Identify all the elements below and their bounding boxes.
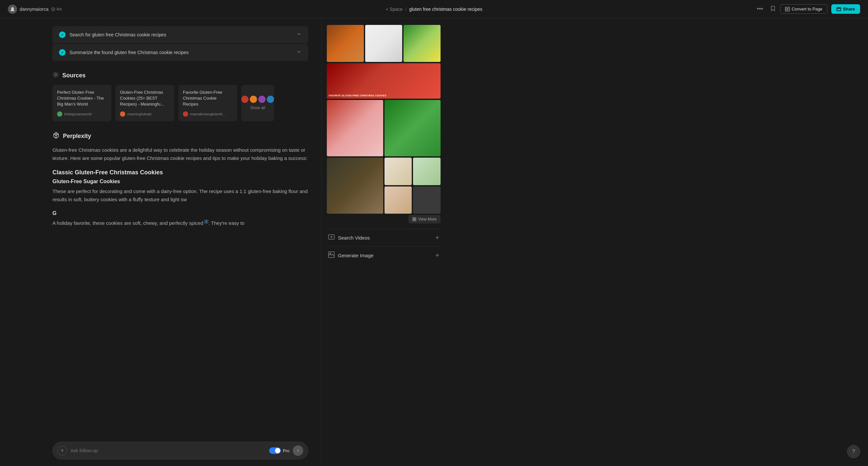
thumb-1[interactable] [384,158,412,185]
source-avatars: Show all [241,96,274,110]
task-left: ✓ Search for gluten free Christmas cooki… [59,31,166,38]
mini-avatar-2 [250,96,257,103]
search-videos-plus-icon[interactable]: + [435,234,439,242]
avatar [8,5,17,14]
pro-toggle[interactable]: Pro [269,447,289,454]
sources-header: Sources [53,71,308,80]
left-panel: ✓ Search for gluten free Christmas cooki… [0,18,321,466]
help-button[interactable]: ? [847,445,860,458]
source-footer-1: thebigmansworld [57,112,107,117]
cookie-image-3[interactable] [404,25,440,62]
sources-icon [53,71,59,80]
thumb-3[interactable] [384,186,412,214]
thumbnail-grid [384,158,441,214]
source-domain-3: mamaknowsglutenfr... [190,112,225,116]
search-videos-left: Search Videos [328,234,370,242]
generate-image-plus-icon[interactable]: + [435,252,439,259]
followup-add-button[interactable]: + [57,446,67,456]
convert-to-page-button[interactable]: Convert to Page [780,4,827,14]
svg-rect-3 [837,7,841,11]
header: dannymaiorca 4m + Space / gluten free ch… [0,0,868,18]
space-link[interactable]: + Space [386,6,403,12]
generate-image-left: Generate Image [328,251,373,259]
cookie-image-1[interactable] [327,25,364,62]
view-more-row: View More [327,215,440,223]
cookie-image-4[interactable] [327,100,383,156]
mini-avatar-4 [267,96,274,103]
classic-heading: Classic Gluten-Free Christmas Cookies [53,169,308,176]
view-more-button[interactable]: View More [408,215,440,223]
image-row-1 [327,25,440,62]
source-card-3[interactable]: Favorite Gluten-Free Christmas Cookie Re… [178,85,237,121]
bookmark-icon[interactable] [770,5,776,13]
thumb-2[interactable] [413,158,440,185]
source-title-2: Gluten-Free Christmas Cookies (25+ BEST … [120,90,170,107]
header-right: ••• Convert to Page Share [754,4,860,14]
sugar-cookies-heading: Gluten-Free Sugar Cookies [53,179,308,185]
timestamp-value: 4m [56,7,62,11]
sources-title: Sources [62,72,86,79]
pro-label: Pro [283,448,289,453]
source-title-3: Favorite Gluten-Free Christmas Cookie Re… [183,90,233,107]
perplexity-header: Perplexity [53,132,308,141]
svg-point-4 [55,74,57,76]
ginger-text: A holiday favorite, these cookies are so… [53,219,308,227]
show-all-label: Show all [250,105,265,110]
cookie-image-5[interactable] [384,100,441,156]
sugar-cookies-text: These are perfect for decorating and com… [53,187,308,204]
share-label: Share [843,6,855,11]
search-videos-item[interactable]: Search Videos + [327,229,440,246]
followup-bar: + Pro ↑ [53,442,308,460]
citation-3: 3 [204,220,209,224]
right-panel: Favorite Gluten-Free Christmas Cookies [321,18,446,466]
source-card-1[interactable]: Perfect Gluten Free Christmas Cookies - … [53,85,112,121]
svg-rect-7 [413,220,414,221]
main-container: ✓ Search for gluten free Christmas cooki… [0,18,868,466]
search-videos-label: Search Videos [338,235,370,241]
svg-rect-8 [415,220,416,221]
task-expand-icon[interactable] [296,31,302,38]
search-videos-icon [328,234,335,242]
thumb-4[interactable] [413,186,440,214]
perplexity-section: Perplexity Gluten-free Christmas cookies… [53,132,308,227]
image-banner-row: Favorite Gluten-Free Christmas Cookies [327,63,440,99]
pro-toggle-switch[interactable] [269,447,281,454]
add-icon: + [61,447,64,454]
perplexity-title: Perplexity [63,133,91,139]
sources-grid: Perfect Gluten Free Christmas Cookies - … [53,85,308,121]
breadcrumb: + Space / gluten free christmas cookie r… [386,6,483,12]
image-row-3 [327,100,440,156]
show-all-card[interactable]: Show all [241,85,274,121]
image-row-4 [327,158,440,214]
source-card-2[interactable]: Gluten-Free Christmas Cookies (25+ BEST … [115,85,175,121]
followup-input[interactable] [70,448,266,453]
generate-image-icon [328,251,335,259]
header-left: dannymaiorca 4m [8,5,754,14]
source-domain-1: thebigmansworld [64,112,91,116]
cookie-image-2[interactable] [365,25,402,62]
generate-image-item[interactable]: Generate Image + [327,246,440,264]
share-button[interactable]: Share [831,4,860,14]
generate-image-label: Generate Image [338,253,373,258]
task-text: Summarize the found gluten free Christma… [69,50,188,55]
svg-rect-5 [413,218,414,219]
more-menu-button[interactable]: ••• [754,4,766,14]
task-expand-icon[interactable] [296,49,302,56]
convert-label: Convert to Page [792,6,823,11]
cookie-image-6[interactable] [327,158,383,214]
task-left: ✓ Summarize the found gluten free Christ… [59,49,188,56]
help-icon: ? [852,448,855,455]
followup-send-button[interactable]: ↑ [293,445,303,456]
avatar-row [241,96,274,103]
banner-image[interactable]: Favorite Gluten-Free Christmas Cookies [327,63,440,99]
breadcrumb-separator: / [405,6,406,12]
source-title-1: Perfect Gluten Free Christmas Cookies - … [57,90,107,107]
banner-text: Favorite Gluten-Free Christmas Cookies [329,94,439,97]
image-gallery: Favorite Gluten-Free Christmas Cookies [327,25,440,223]
source-favicon-3 [183,112,188,117]
perplexity-icon [53,132,60,141]
source-footer-3: mamaknowsglutenfr... [183,112,233,117]
svg-rect-6 [415,218,416,219]
source-favicon-2 [120,112,125,117]
perplexity-intro: Gluten-free Christmas cookies are a deli… [53,146,308,162]
